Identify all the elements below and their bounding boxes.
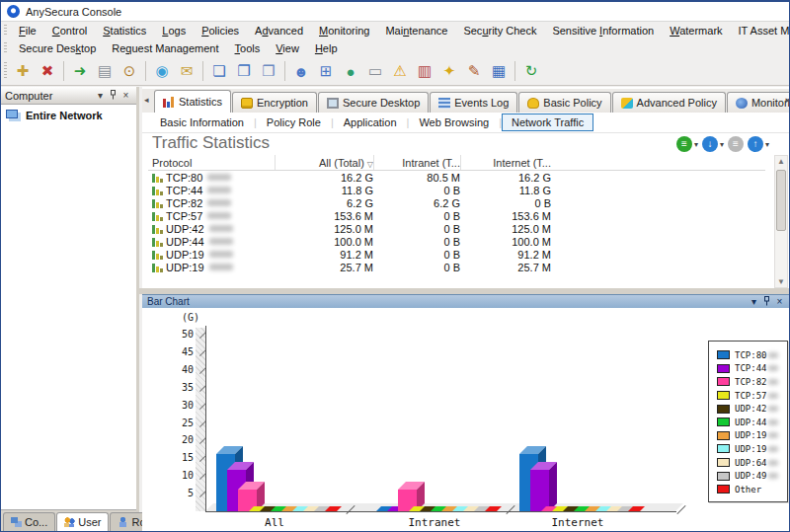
bottom-tab-user[interactable]: User [56, 512, 109, 531]
y-tick-label: 20 [164, 434, 194, 445]
scroll-down-icon[interactable]: ▼ [775, 277, 787, 286]
user-computer-icon[interactable]: ☻ [289, 59, 313, 83]
network-globe-icon[interactable]: ● [339, 59, 362, 83]
column-header-0[interactable]: Protocol [148, 157, 275, 169]
import-icon[interactable]: ➜ [68, 59, 92, 83]
table-row[interactable]: TCP:57153.6 M0 B153.6 M [148, 209, 765, 222]
subtab-basic-information[interactable]: Basic Information [150, 114, 254, 131]
device-icon[interactable]: ▭ [363, 59, 387, 83]
table-row[interactable]: UDP:1991.2 M0 B91.2 M [148, 248, 765, 261]
upload-button[interactable]: ↑ [748, 136, 763, 152]
collapse-icon[interactable]: ▾ [94, 90, 107, 101]
protocol-icon [152, 186, 163, 195]
menu-item-row2-4[interactable]: Help [307, 40, 346, 56]
tab-scroll-left-icon[interactable]: ◂ [144, 95, 149, 105]
menu-item-row1-9[interactable]: Sensitive Information [544, 23, 662, 38]
server-icon[interactable]: ▦ [487, 59, 511, 83]
refresh-icon[interactable]: ↻ [519, 59, 543, 83]
menu-item-row1-0[interactable]: File [11, 23, 44, 38]
table-scrollbar[interactable]: ▲ ▼ [774, 155, 788, 288]
menu-item-row2-2[interactable]: Tools [227, 40, 269, 56]
list-view-button-caret-icon[interactable]: ▾ [694, 140, 698, 149]
collapse-icon[interactable]: ▾ [748, 296, 760, 307]
subtab-web-browsing[interactable]: Web Browsing [409, 114, 499, 131]
tab-advanced-policy[interactable]: Advanced Policy [612, 92, 726, 113]
table-row[interactable]: UDP:44100.0 M0 B100.0 M [148, 235, 765, 248]
chart-y-axis [205, 326, 206, 511]
menu-item-row2-1[interactable]: Request Management [104, 40, 226, 56]
print-preview-icon[interactable]: ⊙ [118, 59, 141, 83]
menu-item-row1-4[interactable]: Policies [194, 23, 247, 38]
legend-item: UDP:19 [717, 429, 787, 443]
tab-monitoring[interactable]: Monitoring [727, 92, 790, 113]
redacted-text [768, 460, 778, 466]
menu-item-row1-10[interactable]: Watermark [662, 23, 730, 38]
column-header-1[interactable]: All (Total)▽ [275, 155, 373, 170]
window-folder-icon[interactable]: ⊞ [314, 59, 338, 83]
value-cell: 0 B [373, 210, 460, 222]
computers-icon[interactable]: ❏ [207, 59, 231, 83]
tab-encryption[interactable]: Encryption [232, 92, 317, 113]
protocol-cell: TCP:80 [148, 172, 275, 184]
download-button-caret-icon[interactable]: ▾ [720, 140, 724, 149]
menu-item-row1-11[interactable]: IT Asset Management [731, 23, 789, 38]
tab-statistics[interactable]: Statistics [154, 90, 231, 113]
disabled-button[interactable]: ≡ [728, 136, 744, 152]
y-tick-label: 35 [164, 382, 194, 393]
pin-icon[interactable] [760, 296, 773, 308]
bottom-tab-co[interactable]: Co... [3, 512, 55, 531]
subtab-network-traffic[interactable]: Network Traffic [502, 114, 593, 131]
protocol-icon [152, 173, 163, 183]
lock-icon[interactable]: ✦ [437, 59, 461, 83]
search-agent-icon[interactable]: ◉ [150, 59, 174, 83]
scrollbar-thumb[interactable] [776, 170, 786, 231]
menu-item-row1-2[interactable]: Statistics [95, 23, 154, 38]
tab-scroll-right-icon[interactable]: ▸ [785, 95, 790, 105]
chart-icon[interactable]: ▥ [413, 59, 436, 83]
tab-label: Encryption [257, 97, 308, 109]
scroll-up-icon[interactable]: ▲ [775, 157, 787, 166]
subtab-application[interactable]: Application [334, 114, 407, 131]
delete-icon[interactable]: ✖ [36, 59, 59, 83]
table-row[interactable]: UDP:42125.0 M0 B125.0 M [148, 222, 765, 235]
remote-desktop-icon[interactable]: ❐ [232, 59, 256, 83]
legend-swatch [717, 364, 730, 373]
menu-item-row2-0[interactable]: Secure Desktop [11, 40, 104, 56]
tab-events-log[interactable]: Events Log [430, 92, 517, 113]
column-header-2[interactable]: Intranet (T... [373, 155, 460, 170]
events-log-icon [438, 98, 450, 109]
table-row[interactable]: TCP:826.2 G6.2 G0 B [148, 196, 765, 209]
warning-icon[interactable]: ⚠ [388, 59, 412, 83]
new-item-icon[interactable]: ✚ [11, 59, 35, 83]
tab-basic-policy[interactable]: Basic Policy [518, 92, 610, 113]
upload-button-caret-icon[interactable]: ▾ [765, 140, 769, 149]
y-tick-label: 50 [164, 329, 194, 340]
tab-secure-desktop[interactable]: Secure Desktop [318, 92, 429, 113]
role-icon [118, 517, 128, 527]
send-message-icon[interactable]: ✉ [175, 59, 198, 83]
list-view-button[interactable]: ≡ [676, 136, 692, 152]
menu-item-row1-1[interactable]: Control [44, 23, 95, 38]
print-icon[interactable]: ▤ [93, 59, 117, 83]
menu-item-row1-7[interactable]: Maintenance [377, 23, 455, 38]
menu-item-row1-8[interactable]: Security Check [455, 23, 544, 38]
close-icon[interactable]: × [119, 90, 132, 101]
subtab-policy-role[interactable]: Policy Role [257, 114, 331, 131]
edit-log-icon[interactable]: ✎ [462, 59, 486, 83]
menu-item-row2-3[interactable]: View [268, 40, 307, 56]
menu-item-row1-5[interactable]: Advanced [247, 23, 311, 38]
redacted-text [768, 365, 778, 371]
table-row[interactable]: UDP:1925.7 M0 B25.7 M [148, 261, 765, 273]
tree-item-entire-network[interactable]: Entire Network [4, 109, 133, 122]
table-row[interactable]: TCP:8016.2 G80.5 M16.2 G [148, 171, 765, 184]
value-cell: 16.2 G [460, 172, 551, 184]
table-row[interactable]: TCP:4411.8 G0 B11.8 G [148, 184, 765, 196]
remote-file-icon[interactable]: ❒ [257, 59, 280, 83]
close-icon[interactable]: × [773, 296, 786, 307]
menu-item-row1-3[interactable]: Logs [154, 23, 194, 38]
menu-item-row1-6[interactable]: Monitoring [311, 23, 377, 38]
column-header-3[interactable]: Internet (T... [460, 155, 551, 170]
category-label-internet: Internet [533, 516, 622, 529]
pin-icon[interactable] [107, 90, 119, 102]
download-button[interactable]: ↓ [702, 136, 718, 152]
